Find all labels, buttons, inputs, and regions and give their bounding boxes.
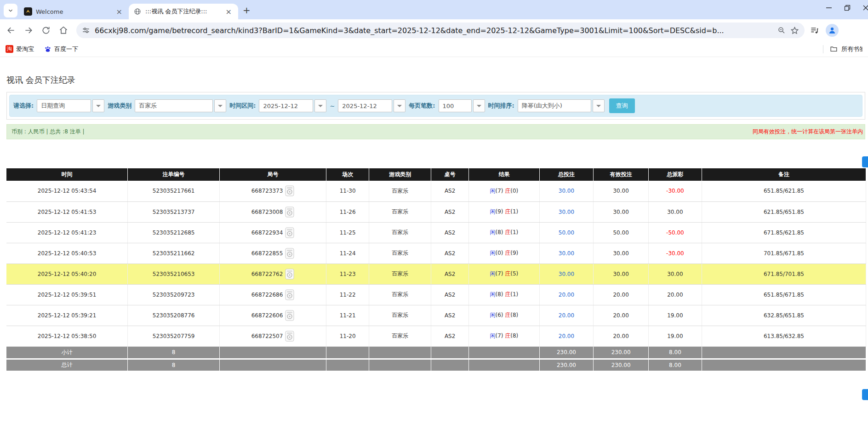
- dropdown-arrow-icon[interactable]: [473, 99, 485, 112]
- bookmark-label: 百度一下: [54, 45, 78, 53]
- date-start-value[interactable]: 2025-12-12: [259, 99, 313, 112]
- table-row[interactable]: 2025-12-12 05:43:54523035217661668723373…: [6, 181, 866, 201]
- table-id-cell: AS2: [431, 284, 469, 305]
- player-score: (7): [495, 270, 505, 277]
- all-bookmarks-button[interactable]: 所有书签: [823, 45, 862, 53]
- video-replay-icon[interactable]: [285, 269, 294, 280]
- table-row[interactable]: 2025-12-12 05:41:23523035212685668722934…: [6, 222, 866, 243]
- column-header[interactable]: 总投注: [539, 168, 594, 181]
- total-bet-cell: 30.00: [539, 201, 594, 222]
- table-row[interactable]: 2025-12-12 05:41:53523035213737668723008…: [6, 201, 866, 222]
- video-replay-icon[interactable]: [285, 206, 294, 218]
- table-row[interactable]: 2025-12-12 05:38:50523035207759668722507…: [6, 326, 866, 346]
- select-mode-value[interactable]: 日期查询: [37, 99, 91, 112]
- restore-icon[interactable]: [844, 5, 851, 11]
- date-start-dropdown[interactable]: 2025-12-12: [259, 99, 326, 112]
- result-cell: 闲(7) 庄(0): [469, 181, 539, 201]
- table-row[interactable]: 2025-12-12 05:39:21523035208776668722606…: [6, 305, 866, 326]
- date-end-dropdown[interactable]: 2025-12-12: [338, 99, 405, 112]
- zoom-magnifier-icon[interactable]: [777, 26, 786, 34]
- footer-total-bet-cell: 230.00: [539, 359, 594, 371]
- minimize-icon[interactable]: [826, 5, 832, 11]
- bookmark-star-icon[interactable]: [790, 26, 799, 35]
- column-header[interactable]: 总派彩: [648, 168, 702, 181]
- remark-cell: 671.85/701.85: [702, 264, 866, 284]
- url-text[interactable]: 66cxkj98.com/game/betrecord_search/kind3…: [95, 26, 773, 35]
- site-info-icon[interactable]: [82, 26, 90, 34]
- bookmark-baidu[interactable]: 百度一下: [44, 45, 78, 53]
- address-bar[interactable]: 66cxkj98.com/game/betrecord_search/kind3…: [76, 23, 805, 38]
- dropdown-arrow-icon[interactable]: [394, 99, 405, 112]
- tab-close-icon[interactable]: ×: [114, 7, 124, 16]
- column-header[interactable]: 桌号: [431, 168, 469, 181]
- total-bet-link[interactable]: 20.00: [559, 292, 574, 298]
- column-header[interactable]: 结果: [469, 168, 539, 181]
- floating-button-fragment[interactable]: [862, 156, 868, 167]
- player-result: 闲: [490, 188, 495, 194]
- select-mode-label: 请选择:: [13, 102, 34, 110]
- column-header[interactable]: 注单编号: [128, 168, 220, 181]
- dropdown-arrow-icon[interactable]: [593, 99, 605, 112]
- round-id-wrap: 668723008: [220, 202, 326, 222]
- video-replay-icon[interactable]: [285, 289, 294, 300]
- player-result: 闲: [490, 291, 495, 298]
- total-bet-link[interactable]: 50.00: [559, 229, 574, 236]
- page-size-value[interactable]: 100: [439, 99, 472, 112]
- date-end-value[interactable]: 2025-12-12: [338, 99, 392, 112]
- footer-valid-bet-cell: 230.00: [594, 359, 649, 371]
- dropdown-arrow-icon[interactable]: [214, 99, 226, 112]
- table-row[interactable]: 2025-12-12 05:40:53523035211662668722855…: [6, 243, 866, 264]
- total-bet-link[interactable]: 20.00: [559, 312, 574, 319]
- tab-close-icon[interactable]: ×: [224, 7, 234, 16]
- profile-avatar[interactable]: [826, 24, 839, 37]
- total-bet-link[interactable]: 30.00: [559, 209, 574, 215]
- column-header[interactable]: 游戏类别: [369, 168, 431, 181]
- time-cell: 2025-12-12 05:41:23: [6, 222, 128, 243]
- round-id-cell: 668722934: [220, 222, 326, 243]
- bookmark-taobao[interactable]: 淘 爱淘宝: [6, 45, 34, 53]
- new-tab-button[interactable]: +: [243, 5, 251, 16]
- home-icon[interactable]: [56, 23, 71, 38]
- video-replay-icon[interactable]: [285, 310, 294, 321]
- forward-icon[interactable]: [21, 23, 36, 38]
- banker-score: (0): [510, 188, 518, 194]
- table-row[interactable]: 2025-12-12 05:40:20523035210653668722762…: [6, 264, 866, 284]
- table-row[interactable]: 2025-12-12 05:39:51523035209723668722686…: [6, 284, 866, 305]
- tab-bet-record[interactable]: :::视讯 会员下注纪录::: ×: [129, 4, 238, 19]
- floating-button-fragment[interactable]: [862, 389, 868, 400]
- dropdown-arrow-icon[interactable]: [92, 99, 104, 112]
- video-replay-icon[interactable]: [285, 331, 294, 342]
- game-type-value[interactable]: 百家乐: [135, 99, 213, 112]
- media-controls-icon[interactable]: [810, 26, 819, 35]
- tab-search-button[interactable]: [4, 4, 17, 17]
- back-icon[interactable]: [4, 23, 18, 38]
- valid-bet-cell: 30.00: [594, 201, 649, 222]
- game-type-dropdown[interactable]: 百家乐: [135, 99, 226, 112]
- total-bet-link[interactable]: 30.00: [559, 250, 574, 257]
- column-header[interactable]: 时间: [6, 168, 128, 181]
- result-cell: 闲(9) 庄(1): [469, 201, 539, 222]
- video-replay-icon[interactable]: [285, 248, 294, 259]
- reload-icon[interactable]: [39, 23, 53, 38]
- close-window-icon[interactable]: [862, 5, 868, 11]
- tab-welcome[interactable]: Welcome ×: [19, 4, 129, 19]
- total-bet-link[interactable]: 30.00: [559, 271, 574, 277]
- dropdown-arrow-icon[interactable]: [314, 99, 326, 112]
- total-bet-link[interactable]: 20.00: [559, 333, 574, 339]
- query-button[interactable]: 查询: [609, 98, 635, 113]
- sort-value[interactable]: 降幂(由大到小): [518, 99, 591, 112]
- column-header[interactable]: 局号: [220, 168, 326, 181]
- game-type-cell: 百家乐: [369, 222, 431, 243]
- video-replay-icon[interactable]: [285, 185, 294, 196]
- video-replay-icon[interactable]: [285, 227, 294, 238]
- page-size-dropdown[interactable]: 100: [439, 99, 485, 112]
- round-id-cell: 668722507: [220, 326, 326, 346]
- column-header[interactable]: 有效投注: [594, 168, 649, 181]
- sort-dropdown[interactable]: 降幂(由大到小): [518, 99, 605, 112]
- column-header[interactable]: 备注: [702, 168, 866, 181]
- column-header[interactable]: 场次: [326, 168, 369, 181]
- total-bet-cell: 50.00: [539, 222, 594, 243]
- select-mode-dropdown[interactable]: 日期查询: [37, 99, 104, 112]
- banker-score: (9): [510, 250, 518, 256]
- total-bet-link[interactable]: 30.00: [559, 188, 574, 194]
